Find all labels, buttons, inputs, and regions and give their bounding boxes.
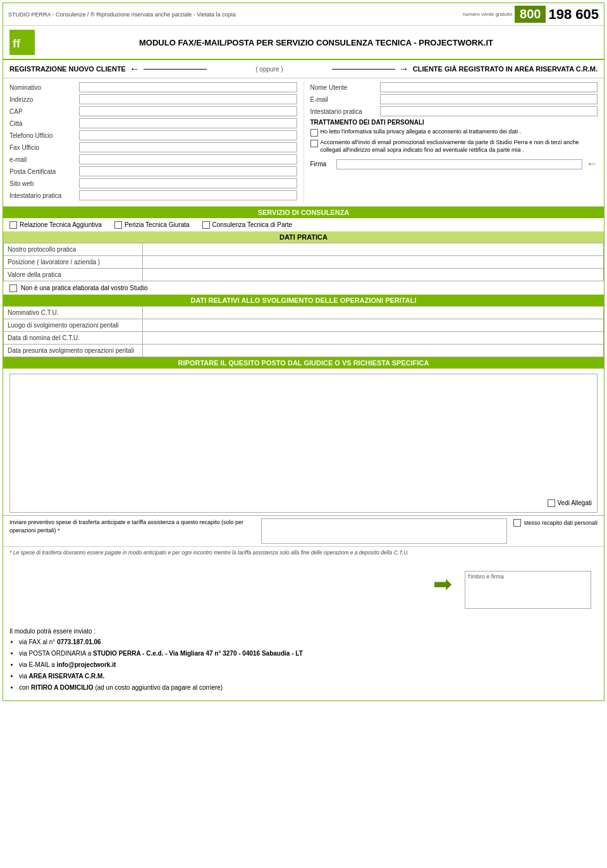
field-intestatario-right: Intestatario pratica (310, 106, 598, 116)
dati-pratica-table: Nostro protocollo pratica Posizione ( la… (3, 243, 604, 281)
dati-pratica-header: DATI PRATICA (3, 231, 604, 243)
form-left: Nominativo Indirizzo CAP Città Telefono … (9, 82, 304, 202)
servizio-item-2: Perizia Tecnica Giurata (114, 221, 190, 229)
input-sito-web[interactable] (79, 178, 297, 188)
registration-bar: REGISTRAZIONE NUOVO CLIENTE ← ( oppure )… (3, 60, 604, 78)
input-email[interactable] (79, 154, 297, 164)
table-row: Posizione ( lavoratore / azienda ) (4, 256, 604, 269)
input-nominativo[interactable] (79, 82, 297, 92)
field-email: e-mail (9, 154, 297, 164)
firma-row: Firma ← (310, 157, 598, 171)
field-posta-cert: Posta Certificata (9, 166, 297, 176)
header-title: MODULO FAX/E-MAIL/POSTA PER SERVIZIO CON… (35, 38, 598, 47)
privacy-checkbox-2[interactable] (310, 140, 318, 147)
quesito-section: Vedi Allegati (3, 369, 604, 515)
main-form: Nominativo Indirizzo CAP Città Telefono … (3, 78, 604, 207)
field-fax: Fax Ufficio (9, 142, 297, 152)
preventivo-text: Inviare preventivo spese di trasferta an… (9, 518, 255, 534)
checkbox-relazione[interactable] (9, 221, 17, 229)
list-item: via POSTA ORDINARIA a STUDIO PERRA - C.e… (19, 649, 598, 658)
checkbox-non-pratica[interactable] (9, 284, 17, 292)
input-email-right[interactable] (380, 94, 598, 104)
input-indirizzo[interactable] (79, 94, 297, 104)
non-pratica-row: Non è una pratica elaborata dal vostro S… (3, 281, 604, 295)
privacy-row-2: Acconsento all'invio di email promoziona… (310, 139, 598, 154)
field-email-right: E-mail (310, 94, 598, 104)
input-luogo[interactable] (147, 321, 599, 330)
firma-label: Firma (310, 161, 333, 168)
field-sito-web: Sito web (9, 178, 297, 188)
input-intestatario-right[interactable] (380, 106, 598, 116)
field-nominativo: Nominativo (9, 82, 297, 92)
input-firma[interactable] (336, 159, 583, 169)
form-right: Nome Utente E-mail Intestatario pratica … (304, 82, 598, 202)
phone-prefix: 800 (515, 6, 546, 23)
input-fax[interactable] (79, 142, 297, 152)
timbro-row: Timbro e firma (458, 565, 598, 615)
table-row: Nostro protocollo pratica (4, 243, 604, 256)
input-protocollo[interactable] (147, 245, 599, 254)
non-pratica-label: Non è una pratica elaborata dal vostro S… (21, 284, 148, 291)
logo-icon: ff (9, 30, 35, 55)
table-row: Data presunta svolgimento operazioni per… (4, 345, 604, 357)
input-data-nomina[interactable] (147, 333, 599, 343)
field-cap: CAP (9, 106, 297, 116)
vedi-allegati-row: Vedi Allegati (548, 499, 592, 507)
header: ff MODULO FAX/E-MAIL/POSTA PER SERVIZIO … (3, 26, 604, 60)
firma-arrow-icon: ← (586, 157, 598, 171)
privacy-row-1: Ho letto l'informativa sulla privacy all… (310, 128, 598, 137)
top-bar: STUDIO PERRA - Consulenze / ® Riproduzio… (3, 3, 604, 26)
field-nome-utente: Nome Utente (310, 82, 598, 92)
stesso-recapito-label: stesso recapito dati personali (524, 520, 598, 526)
vedi-allegati-label: Vedi Allegati (558, 499, 592, 506)
checkbox-perizia[interactable] (114, 221, 122, 229)
input-cap[interactable] (79, 106, 297, 116)
servizio-header: SERVIZIO DI CONSULENZA (3, 207, 604, 218)
timbro-box: Timbro e firma (465, 571, 591, 609)
table-row: Valore della pratica (4, 269, 604, 281)
footer-note: * Le spese di trasferta dovranno essere … (3, 546, 604, 558)
bottom-list: via FAX al n° 0773.187.01.06 via POSTA O… (19, 637, 598, 692)
input-telefono[interactable] (79, 130, 297, 140)
new-client-label: REGISTRAZIONE NUOVO CLIENTE ← (9, 63, 207, 75)
table-row: Data di nomina del C.T.U. (4, 332, 604, 345)
input-recapito[interactable] (261, 518, 508, 544)
input-posta-cert[interactable] (79, 166, 297, 176)
privacy-checkbox-1[interactable] (310, 129, 318, 137)
servizio-row: Relazione Tecnica Aggiuntiva Perizia Tec… (3, 218, 604, 231)
input-intestatario[interactable] (79, 190, 297, 200)
input-data-presunta[interactable] (147, 346, 599, 355)
dati-operazioni-header: DATI RELATIVI ALLO SVOLGIMENTO DELLE OPE… (3, 295, 604, 306)
copyright-text: STUDIO PERRA - Consulenze / ® Riproduzio… (8, 11, 236, 18)
input-valore[interactable] (147, 270, 599, 279)
list-item: con RITIRO A DOMICILIO (ad un costo aggi… (19, 683, 598, 692)
input-nominativo-ctu[interactable] (147, 308, 599, 317)
svg-text:ff: ff (13, 37, 21, 50)
field-indirizzo: Indirizzo (9, 94, 297, 104)
table-row: Nominativo C.T.U. (4, 307, 604, 319)
field-citta: Città (9, 118, 297, 128)
arrow-left-icon: ← (130, 63, 140, 75)
input-nome-utente[interactable] (380, 82, 598, 92)
quesito-header: RIPORTARE IL QUESITO POSTO DAL GIUDICE O… (3, 357, 604, 369)
textarea-quesito[interactable] (10, 374, 597, 501)
table-row: Luogo di svolgimento operazioni peritali (4, 319, 604, 332)
phone-label: numero verde gratuito (463, 11, 512, 17)
existing-client-label: → CLIENTE GIÀ REGISTRATO IN AREA RISERVA… (332, 63, 598, 75)
bottom-intro: Il modulo potrà essere inviato : (9, 628, 598, 635)
checkbox-stesso-recapito[interactable] (513, 519, 521, 527)
list-item: via FAX al n° 0773.187.01.06 (19, 637, 598, 647)
field-telefono: Telefono Ufficio (9, 130, 297, 140)
input-citta[interactable] (79, 118, 297, 128)
arrow-down-icon: ➡ (427, 565, 458, 604)
privacy-section: TRATTAMENTO DEI DATI PERSONALI Ho letto … (310, 119, 598, 154)
input-posizione[interactable] (147, 257, 599, 267)
checkbox-consulenza[interactable] (202, 221, 210, 229)
privacy-text-1: Ho letto l'informativa sulla privacy all… (321, 128, 521, 136)
preventivo-row: Inviare preventivo spese di trasferta an… (3, 515, 604, 546)
field-intestatario: Intestatario pratica (9, 190, 297, 200)
checkbox-vedi-allegati[interactable] (548, 499, 555, 507)
or-label: ( oppure ) (255, 66, 283, 73)
arrow-right-icon: → (399, 63, 409, 75)
privacy-title: TRATTAMENTO DEI DATI PERSONALI (310, 119, 598, 126)
